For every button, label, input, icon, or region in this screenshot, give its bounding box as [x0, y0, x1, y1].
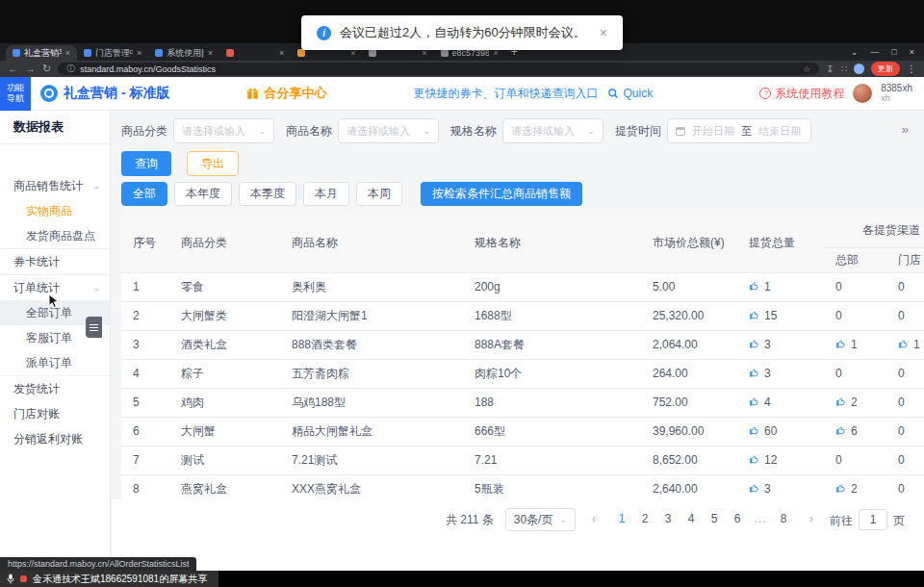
tutorial-icon — [759, 88, 771, 99]
pagination-page[interactable]: 1 — [612, 512, 631, 525]
sidebar-item[interactable]: 门店对账 — [0, 401, 110, 426]
sidebar-item[interactable]: 分销返利对账 — [0, 426, 110, 451]
more-menu-icon[interactable]: ⋮ — [907, 64, 916, 74]
table-row[interactable]: 4粽子五芳斋肉粽肉粽10个264.00300 — [121, 359, 924, 388]
back-icon[interactable]: ← — [8, 64, 18, 74]
extensions-icon[interactable]: ∷ — [841, 64, 847, 74]
avatar[interactable] — [853, 84, 872, 103]
browser-tab[interactable]: 门店管理中心× — [77, 45, 148, 61]
pagination-page[interactable]: 4 — [681, 512, 701, 525]
column-header: 规格名称 — [463, 215, 641, 272]
browser-tab[interactable]: 系统使用|学习× — [148, 45, 219, 61]
tab-close-icon[interactable]: × — [137, 48, 141, 58]
pickup-count-icon[interactable] — [749, 483, 759, 497]
pickup-count-icon[interactable] — [835, 396, 846, 410]
quick-entry-hint[interactable]: 更快捷的券卡、订单和快递查询入口 — [413, 86, 598, 102]
goto-page-input[interactable] — [859, 509, 887, 530]
address-bar[interactable]: ⓘ standard.maboy.cn/GoodsStatistics ☆ — [58, 63, 819, 75]
date-range-picker[interactable]: 开始日期 至 结束日期 — [667, 118, 811, 143]
chevron-down-icon: ⌄ — [92, 181, 100, 191]
quick-filter-tab[interactable]: 本年度 — [174, 182, 232, 206]
cell-name: 五芳斋肉粽 — [280, 359, 463, 388]
close-icon[interactable]: × — [600, 25, 607, 40]
quick-filter-tab[interactable]: 本月 — [303, 182, 349, 206]
search-icon — [607, 88, 619, 99]
table-row[interactable]: 2大闸蟹类阳澄湖大闸蟹11688型25,320.001500 — [121, 301, 924, 330]
sidebar-item[interactable]: 商品销售统计⌄ — [0, 173, 110, 198]
pickup-count-icon[interactable] — [835, 483, 846, 497]
reload-icon[interactable]: ↻ — [42, 64, 51, 74]
pickup-count-icon[interactable] — [749, 425, 759, 439]
sidebar-item[interactable]: 发货商品盘点 — [0, 223, 110, 248]
export-button[interactable]: 导出 — [187, 151, 239, 176]
chrome-update-button[interactable]: 更新 — [871, 62, 900, 76]
filter-select[interactable]: 请选择或输入⌄ — [338, 118, 439, 143]
action-buttons: 查询 导出 — [121, 151, 239, 176]
minimize-icon[interactable]: — — [870, 47, 879, 57]
browser-tab[interactable]: × — [219, 45, 291, 61]
download-icon[interactable]: ↧ — [826, 64, 834, 74]
table-row[interactable]: 3酒类礼盒888酒类套餐888A套餐2,064.00311 — [121, 330, 924, 359]
tutorial-link[interactable]: 系统使用教程 — [759, 86, 844, 102]
sidebar-drawer-handle[interactable] — [86, 317, 102, 338]
quick-filter-tab[interactable]: 全部 — [121, 182, 167, 206]
filter-select[interactable]: 请选择或输入⌄ — [173, 118, 274, 143]
filter-select[interactable]: 请选择或输入⌄ — [502, 118, 603, 143]
pagination-page[interactable]: 2 — [635, 512, 654, 525]
pagination-page[interactable]: 3 — [658, 512, 678, 525]
quick-search[interactable]: Quick — [607, 87, 653, 100]
browser-profile-icon[interactable] — [854, 64, 864, 74]
nav-toggle-button[interactable]: 功能导航 — [0, 77, 31, 111]
site-info-icon[interactable]: ⓘ — [66, 63, 75, 75]
collapse-panel-icon[interactable]: » — [902, 122, 909, 137]
page-size-value: 30条/页 — [514, 512, 553, 528]
table-row[interactable]: 6大闸蟹精品大闸蟹礼盒666型39,960.006060 — [121, 417, 924, 446]
page-size-select[interactable]: 30条/页 ⌄ — [505, 508, 576, 531]
pickup-cell: 4 — [737, 388, 824, 417]
maximize-icon[interactable]: □ — [891, 47, 896, 57]
pickup-count-icon[interactable] — [749, 368, 759, 381]
cell-category: 酒类礼盒 — [169, 330, 280, 359]
quick-filter-tab[interactable]: 本季度 — [239, 182, 296, 206]
pagination-page[interactable]: 5 — [705, 512, 724, 525]
prev-page-icon[interactable]: ‹ — [587, 512, 601, 525]
sidebar-item[interactable]: 实物商品 — [0, 198, 110, 223]
pickup-count-icon[interactable] — [749, 396, 759, 410]
next-page-icon[interactable]: › — [805, 512, 818, 525]
pickup-count-icon[interactable] — [898, 339, 909, 352]
browser-tab[interactable]: 礼盒营销平台管理中心× — [6, 45, 77, 61]
forward-icon[interactable]: → — [25, 64, 36, 74]
pickup-count-icon[interactable] — [835, 339, 846, 352]
tab-close-icon[interactable]: × — [65, 48, 70, 58]
pickup-count-value: 0 — [898, 396, 905, 409]
chevron-down-icon: ⌄ — [559, 515, 567, 524]
sidebar-item[interactable]: 发货统计 — [0, 376, 110, 401]
share-center-link[interactable]: 合分享中心 — [246, 85, 326, 102]
pickup-count-value: 3 — [764, 338, 771, 351]
tab-close-icon[interactable]: × — [279, 48, 284, 58]
pagination-page[interactable]: 8 — [774, 512, 793, 525]
quick-filter-tab[interactable]: 本周 — [356, 182, 402, 206]
pickup-count-icon[interactable] — [749, 281, 759, 294]
pickup-count-value: 0 — [898, 482, 905, 496]
sidebar-item[interactable]: 券卡统计 — [0, 249, 110, 274]
pickup-count-icon[interactable] — [749, 310, 759, 323]
pickup-count-icon[interactable] — [835, 425, 846, 439]
bookmark-icon[interactable]: ☆ — [803, 64, 810, 74]
share-center-label: 合分享中心 — [264, 85, 326, 102]
window-close-icon[interactable]: × — [910, 47, 914, 57]
search-button[interactable]: 查询 — [121, 151, 171, 176]
pickup-count-icon[interactable] — [749, 454, 759, 468]
user-info[interactable]: 8385xh xh — [881, 83, 912, 104]
tab-close-icon[interactable]: × — [208, 48, 213, 58]
pagination-page[interactable]: 6 — [728, 512, 747, 525]
summary-button[interactable]: 按检索条件汇总商品销售额 — [421, 182, 582, 206]
tab-search-icon[interactable]: ⌄ — [851, 47, 859, 57]
table-row[interactable]: 7测试7.21测试7.218,652.001200 — [121, 446, 924, 474]
sidebar-item[interactable]: 派单订单 — [0, 350, 110, 375]
table-row[interactable]: 8燕窝礼盒XXX燕窝礼盒5瓶装2,640.00320 — [121, 474, 924, 499]
filter-placeholder: 请选择或输入 — [346, 124, 410, 139]
table-row[interactable]: 5鸡肉乌鸡188型188752.00420 — [121, 388, 924, 417]
table-row[interactable]: 1零食奥利奥200g5.00100 — [121, 272, 924, 301]
pickup-count-icon[interactable] — [749, 339, 759, 352]
